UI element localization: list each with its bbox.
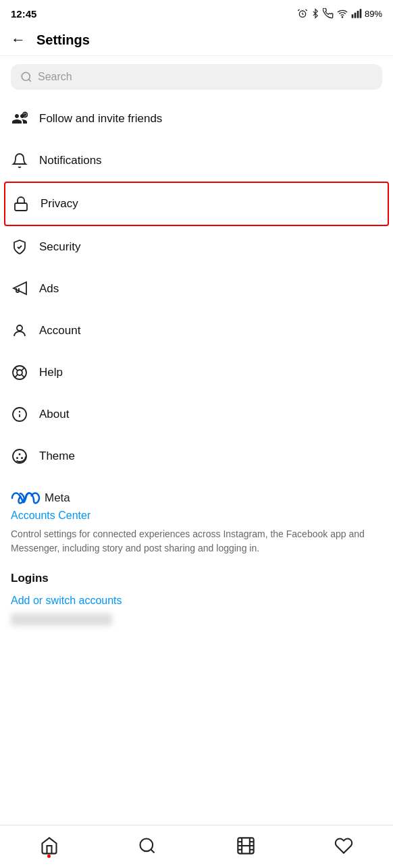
nav-heart[interactable] [334,836,353,855]
nav-home-dot [47,855,51,858]
svg-rect-11 [15,203,27,211]
lock-icon [12,195,30,213]
menu-item-account[interactable]: Account [11,310,382,352]
accounts-center-link[interactable]: Accounts Center [11,510,382,522]
person-icon [11,322,28,340]
logins-section: Logins Add or switch accounts [0,555,393,626]
svg-point-22 [13,450,26,463]
account-label: Account [39,324,80,337]
svg-point-1 [342,17,342,18]
meta-logo: Meta [11,491,382,506]
bell-icon [11,152,28,169]
svg-point-6 [22,72,30,80]
battery-text: 89% [365,9,382,19]
svg-point-12 [17,325,22,331]
about-label: About [39,408,69,421]
phone-icon [323,8,334,19]
search-placeholder: Search [38,71,72,83]
privacy-label: Privacy [41,197,78,211]
menu-list: Follow and invite friends Notifications … [0,98,393,477]
menu-item-help[interactable]: Help [11,352,382,394]
logins-title: Logins [11,572,382,585]
svg-point-25 [21,457,23,459]
notifications-label: Notifications [39,154,102,167]
svg-point-23 [16,457,18,459]
ads-label: Ads [39,282,59,296]
nav-reels[interactable] [236,836,255,855]
search-nav-icon [138,836,157,855]
meta-section: Meta Accounts Center Control settings fo… [0,477,393,555]
follow-label: Follow and invite friends [39,112,162,126]
meta-description: Control settings for connected experienc… [11,527,382,555]
svg-rect-3 [355,13,357,18]
svg-line-27 [151,849,155,852]
search-icon [20,71,32,83]
header: ← Settings [0,24,393,56]
palette-icon [11,447,28,465]
menu-item-privacy[interactable]: Privacy [4,182,389,226]
megaphone-icon [11,280,28,298]
svg-line-7 [28,79,30,81]
reels-icon [236,836,255,855]
menu-item-ads[interactable]: Ads [11,268,382,310]
menu-item-security[interactable]: Security [11,226,382,268]
search-container: Search [0,56,393,98]
svg-point-24 [19,454,21,456]
menu-item-notifications[interactable]: Notifications [11,140,382,182]
follow-icon [11,110,28,128]
bluetooth-icon [311,8,320,19]
status-time: 12:45 [11,8,36,20]
menu-item-theme[interactable]: Theme [11,435,382,477]
page-title: Settings [36,32,90,48]
status-bar: 12:45 89% [0,0,393,24]
menu-item-follow[interactable]: Follow and invite friends [11,98,382,140]
info-icon [11,406,28,423]
nav-home[interactable] [40,836,59,855]
svg-rect-4 [357,11,359,18]
add-account-link[interactable]: Add or switch accounts [11,595,382,607]
search-bar[interactable]: Search [11,64,382,90]
bottom-nav [0,825,393,868]
security-label: Security [39,240,80,254]
signal-icon [351,8,362,19]
wifi-icon [336,8,348,19]
svg-line-17 [22,368,24,371]
meta-text: Meta [45,491,70,505]
menu-item-about[interactable]: About [11,394,382,435]
shield-icon [11,238,28,256]
blurred-account [11,614,112,626]
svg-rect-2 [352,14,354,18]
svg-line-16 [22,375,24,377]
help-label: Help [39,366,63,379]
svg-point-26 [140,838,153,851]
back-button[interactable]: ← [11,31,26,49]
status-icons: 89% [297,8,382,19]
home-icon [40,836,59,855]
heart-icon [334,836,353,855]
nav-search[interactable] [138,836,157,855]
meta-logo-icon [11,491,41,506]
lifebuoy-icon [11,364,28,381]
svg-line-18 [15,375,18,377]
theme-label: Theme [39,450,75,463]
svg-point-14 [17,370,22,375]
svg-line-15 [15,368,18,371]
svg-rect-5 [360,9,362,18]
alarm-icon [297,8,308,19]
